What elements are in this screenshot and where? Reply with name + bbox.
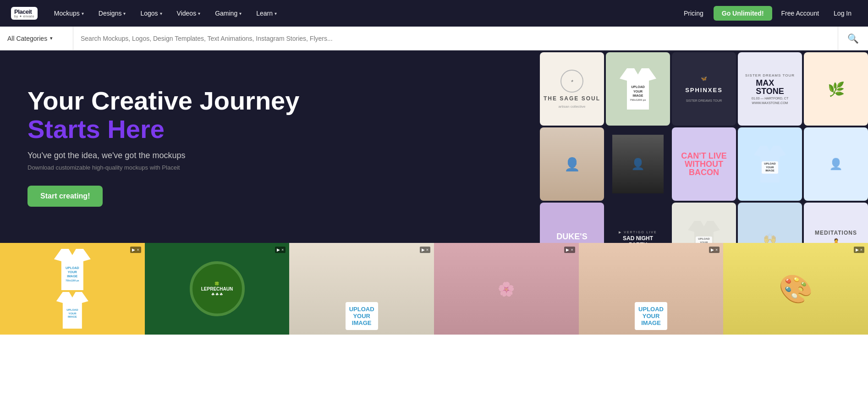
- person-silhouette-2: 👤: [631, 158, 645, 170]
- mosaic-cell-12: ▶ VERTIGO LIVE SAD NIGHTPARTY: [606, 203, 670, 243]
- nav-item-mockups[interactable]: Mockups ▾: [49, 7, 89, 20]
- product-card-5[interactable]: ▶ × UPLOADYOURIMAGE: [579, 243, 724, 335]
- meditations-text: MEDITATIONS: [815, 230, 857, 236]
- maxstone-pretitle: SISTER DREAMS TOUR: [745, 73, 795, 77]
- moth-label: 🦋: [701, 76, 708, 82]
- mosaic-cell-10: 👤: [804, 127, 868, 201]
- chevron-down-icon: ▾: [160, 11, 162, 16]
- maxstone-title: MAXSTONE: [756, 79, 784, 95]
- logo-text-bottom: by ✦ envato: [14, 15, 34, 18]
- mosaic-cell-6: 👤: [540, 127, 604, 201]
- ad-badge-3: ▶ ×: [420, 247, 430, 253]
- navbar: Placeit by ✦ envato Mockups ▾ Designs ▾ …: [0, 0, 868, 27]
- nav-label-designs: Designs: [99, 10, 122, 17]
- card-content-1: UPLOADYOURIMAGE750x1200 px UPLOADYOURIMA…: [0, 243, 145, 335]
- nav-item-logos[interactable]: Logos ▾: [135, 7, 167, 20]
- maxstone-url: WWW.MAXSTONE.COM: [752, 101, 788, 104]
- product-card-6[interactable]: ▶ × 🎨: [723, 243, 868, 335]
- pricing-link[interactable]: Pricing: [677, 7, 710, 20]
- mosaic-cell-5: 🌿: [804, 52, 868, 126]
- person-flowers-icon: 🌸: [498, 281, 515, 297]
- card-content-2: 🍀LEPRECHAUN☘ ☘ ☘: [145, 243, 290, 335]
- logo[interactable]: Placeit by ✦ envato: [11, 7, 38, 20]
- hero-mosaic: ✦ THE SAGE SOUL artisan collective UPLOA…: [538, 50, 868, 243]
- maxstone-date: 01.03 — HARTFORD, CT: [752, 97, 788, 100]
- ad-icon: ▶: [711, 248, 714, 252]
- mosaic-cell-2: UPLOADYOURIMAGE750x1200 px: [606, 52, 670, 126]
- sage-soul-emblem: ✦: [560, 70, 583, 93]
- category-dropdown[interactable]: All Categories ▾: [0, 27, 73, 50]
- mosaic-cell-3: 🦋 SPHINXES SISTER DREAMS TOUR: [672, 52, 736, 126]
- chevron-down-icon: ▾: [198, 11, 200, 16]
- nav-label-gaming: Gaming: [215, 10, 237, 17]
- sphinxes-text: SPHINXES: [681, 83, 726, 97]
- mosaic-cell-14: 🙌: [738, 203, 802, 243]
- category-label: All Categories: [7, 35, 47, 42]
- cant-live-text: CAN'T LIVEWITHOUTBACON: [679, 150, 728, 178]
- leprechaun-emblem: 🍀LEPRECHAUN☘ ☘ ☘: [190, 261, 245, 316]
- hero-title-line2: Starts Here: [27, 115, 299, 143]
- search-input[interactable]: [73, 27, 838, 50]
- hero-title-line1: Your Creative Journey: [27, 87, 299, 115]
- chevron-down-icon: ▾: [275, 11, 277, 16]
- mosaic-cell-11: DUKE'S BARBERSHOP: [540, 203, 604, 243]
- chevron-down-icon: ▾: [239, 11, 242, 16]
- nav-label-logos: Logos: [140, 10, 158, 17]
- nav-item-designs[interactable]: Designs ▾: [93, 7, 132, 20]
- mosaic-cell-9: UPLOADYOURIMAGE: [738, 127, 802, 201]
- product-card-1[interactable]: ▶ × UPLOADYOURIMAGE750x1200 px UPLOADYOU…: [0, 243, 145, 335]
- login-link[interactable]: Log In: [828, 7, 857, 20]
- hero-text-block: Your Creative Journey Starts Here You've…: [27, 87, 299, 206]
- nav-item-learn[interactable]: Learn ▾: [251, 7, 282, 20]
- product-card-3[interactable]: ▶ × UPLOADYOURIMAGE: [289, 243, 434, 335]
- card-content-6: 🎨: [723, 243, 868, 335]
- illustration-character: 🎨: [779, 273, 813, 305]
- ad-icon: ▶: [132, 248, 135, 252]
- person-photo-placeholder: 👤: [829, 158, 843, 170]
- mosaic-cell-15: MEDITATIONS 🧘: [804, 203, 868, 243]
- nav-item-videos[interactable]: Videos ▾: [171, 7, 206, 20]
- ad-badge-2: ▶ ×: [275, 247, 286, 253]
- leprechaun-text: 🍀LEPRECHAUN☘ ☘ ☘: [201, 281, 233, 297]
- ad-badge-1: ▶ ×: [130, 247, 141, 253]
- mosaic-cell-8: CAN'T LIVEWITHOUTBACON: [672, 127, 736, 201]
- ad-icon: ▶: [277, 248, 280, 252]
- ad-icon: ▶: [856, 248, 859, 252]
- chevron-down-icon: ▾: [82, 11, 84, 16]
- start-creating-button[interactable]: Start creating!: [27, 186, 103, 207]
- ad-icon: ▶: [422, 248, 425, 252]
- nav-label-learn: Learn: [256, 10, 273, 17]
- ad-badge-6: ▶ ×: [854, 247, 864, 253]
- card-content-4: 🌸: [434, 243, 579, 335]
- free-account-link[interactable]: Free Account: [776, 7, 825, 20]
- nav-label-videos: Videos: [177, 10, 197, 17]
- go-unlimited-button[interactable]: Go Unlimited!: [714, 6, 772, 21]
- mosaic-cell-7: 👤: [606, 127, 670, 201]
- sage-soul-subtitle: artisan collective: [558, 104, 585, 109]
- mosaic-cell-13: UPLOADYOURIMAGE: [672, 203, 736, 243]
- person-silhouette-1: 👤: [564, 157, 580, 172]
- card-content-5: UPLOADYOURIMAGE: [579, 243, 724, 335]
- product-card-2[interactable]: ▶ × 🍀LEPRECHAUN☘ ☘ ☘: [145, 243, 290, 335]
- times-icon: 🌿: [828, 81, 845, 97]
- ad-badge-4: ▶ ×: [564, 247, 575, 253]
- vertigo-text: SAD NIGHTPARTY: [623, 236, 653, 243]
- vertigo-pre: ▶ VERTIGO LIVE: [619, 231, 657, 234]
- card-content-3: UPLOADYOURIMAGE: [289, 243, 434, 335]
- sage-soul-text: THE SAGE SOUL: [544, 95, 600, 102]
- search-button[interactable]: 🔍: [838, 27, 868, 50]
- ad-icon: ▶: [566, 248, 569, 252]
- ad-badge-5: ▶ ×: [709, 247, 720, 253]
- search-bar: All Categories ▾ 🔍: [0, 27, 868, 50]
- nav-label-mockups: Mockups: [54, 10, 80, 17]
- product-card-4[interactable]: ▶ × 🌸: [434, 243, 579, 335]
- hands-icon: 🙌: [763, 233, 777, 243]
- logo-text-top: Placeit: [14, 9, 34, 15]
- chevron-down-icon: ▾: [123, 11, 126, 16]
- sphinxes-sub: SISTER DREAMS TOUR: [686, 99, 722, 102]
- chevron-down-icon: ▾: [50, 35, 53, 41]
- mosaic-cell-1: ✦ THE SAGE SOUL artisan collective: [540, 52, 604, 126]
- meditation-icon: 🧘: [830, 238, 842, 243]
- mosaic-cell-4: SISTER DREAMS TOUR MAXSTONE 01.03 — HART…: [738, 52, 802, 126]
- nav-item-gaming[interactable]: Gaming ▾: [209, 7, 247, 20]
